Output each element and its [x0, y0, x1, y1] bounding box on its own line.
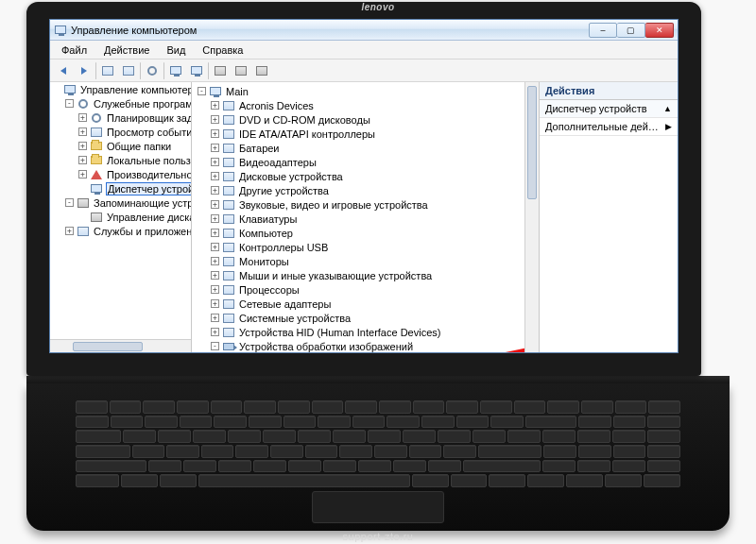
nav-back-button[interactable]	[54, 61, 73, 80]
device-category[interactable]: + Контроллеры USB	[209, 240, 537, 254]
device-button[interactable]	[187, 61, 206, 80]
device-category-label: Системные устройства	[238, 313, 352, 324]
device-icon	[222, 227, 235, 240]
window-title: Управление компьютером	[71, 25, 585, 36]
device-category[interactable]: + Батареи	[209, 141, 537, 155]
device-icon	[222, 156, 235, 169]
maximize-button[interactable]: ▢	[617, 23, 645, 38]
toolbar-separator	[95, 62, 96, 79]
menu-file[interactable]: Файл	[54, 42, 94, 58]
users-icon	[90, 154, 103, 167]
tree-root[interactable]: Управление компьютером (л	[50, 82, 191, 96]
device-category[interactable]: + Видеоадаптеры	[209, 155, 537, 169]
minimize-button[interactable]: –	[589, 23, 617, 38]
device-category[interactable]: + Компьютер	[209, 226, 537, 240]
device-icon	[222, 298, 235, 311]
device-category[interactable]: + Системные устройства	[209, 311, 537, 325]
performance-icon	[90, 168, 103, 181]
device-icon	[222, 255, 235, 268]
properties-button[interactable]	[119, 61, 138, 80]
device-icon	[222, 283, 235, 297]
title-bar[interactable]: Управление компьютером – ▢ ✕	[50, 20, 678, 41]
tree-disk-management[interactable]: Управление дисками	[77, 210, 191, 224]
device-category-label: Клавиатуры	[238, 213, 298, 225]
device-icon	[222, 184, 235, 197]
device-category-label: Устройства HID (Human Interface Devices)	[238, 327, 441, 338]
device-tree-pane: - Main + Acronis Devices + DVD и CD-ROM …	[192, 82, 540, 352]
device-icon	[222, 269, 235, 282]
expand-icon: ▲	[663, 104, 672, 113]
nav-forward-button[interactable]	[75, 61, 94, 80]
tree-performance[interactable]: +Производительность	[77, 167, 191, 181]
device-category-label: Процессоры	[238, 284, 301, 296]
actions-pane: Действия Диспетчер устройств ▲ Дополните…	[540, 82, 678, 352]
device-icon	[222, 198, 235, 212]
console-tree-pane: Управление компьютером (л - Служебные пр…	[50, 82, 192, 352]
view-grid-button[interactable]	[98, 61, 117, 80]
device-category[interactable]: + Мониторы	[209, 254, 537, 268]
actions-header: Действия	[540, 82, 678, 100]
computer-icon	[63, 83, 77, 96]
disk-icon	[90, 211, 103, 224]
device-category[interactable]: + Звуковые, видео и игровые устройства	[209, 197, 537, 212]
device-category[interactable]: + Acronis Devices	[209, 98, 537, 112]
touchpad	[312, 491, 444, 523]
device-category[interactable]: + IDE ATA/ATAPI контроллеры	[209, 127, 537, 141]
tree-shared-folders[interactable]: +Общие папки	[77, 139, 191, 153]
tree-system-tools[interactable]: - Служебные программы	[63, 96, 191, 110]
toolbar-separator	[163, 62, 164, 79]
tools-icon	[77, 97, 90, 110]
menu-action[interactable]: Действие	[96, 42, 157, 58]
center-scrollbar[interactable]	[524, 82, 539, 352]
device-category-imaging[interactable]: - Устройства обработки изображений	[209, 339, 537, 352]
device-category-label: Acronis Devices	[238, 100, 315, 111]
tree-services-apps[interactable]: + Службы и приложения	[63, 224, 191, 238]
watermark: support-zte.ru	[343, 532, 414, 542]
tree-storage[interactable]: - Запоминающие устройс	[63, 196, 191, 210]
close-button[interactable]: ✕	[645, 23, 674, 38]
actions-device-manager[interactable]: Диспетчер устройств ▲	[540, 100, 678, 118]
left-scrollbar[interactable]	[50, 339, 191, 352]
device-category-label: Звуковые, видео и игровые устройства	[238, 199, 429, 211]
device-category-label: Компьютер	[238, 228, 294, 239]
device-category-label: IDE ATA/ATAPI контроллеры	[238, 128, 376, 140]
mmc-window: Управление компьютером – ▢ ✕ Файл Действ…	[49, 19, 679, 353]
device-category[interactable]: + Клавиатуры	[209, 212, 537, 226]
scan-button[interactable]	[166, 61, 185, 80]
tree-event-viewer[interactable]: +Просмотр событий	[77, 125, 191, 139]
device-category[interactable]: + Сетевые адаптеры	[209, 297, 537, 311]
device-category[interactable]: + Процессоры	[209, 282, 537, 297]
app-icon	[54, 24, 67, 37]
tree-local-users[interactable]: +Локальные пользоват	[77, 153, 191, 167]
extra-button-2[interactable]	[232, 61, 250, 80]
device-category[interactable]: + Устройства HID (Human Interface Device…	[209, 325, 537, 339]
device-category-label: Другие устройства	[238, 185, 330, 196]
extra-button-3[interactable]	[252, 61, 271, 80]
device-icon	[222, 241, 235, 254]
device-icon	[222, 312, 235, 325]
actions-more[interactable]: Дополнительные дей… ▶	[540, 118, 678, 136]
device-category[interactable]: + Мыши и иные указывающие устройства	[209, 268, 537, 282]
extra-button-1[interactable]	[211, 61, 230, 80]
menu-view[interactable]: Вид	[159, 42, 193, 58]
device-category[interactable]: + Дисковые устройства	[209, 169, 537, 183]
laptop-base	[26, 383, 730, 531]
device-category-label: DVD и CD-ROM дисководы	[238, 114, 371, 126]
device-category[interactable]: + DVD и CD-ROM дисководы	[209, 112, 537, 127]
services-icon	[77, 225, 90, 238]
help-button[interactable]	[143, 61, 162, 80]
device-category[interactable]: + Другие устройства	[209, 183, 537, 197]
laptop-brand: lenovo	[361, 3, 394, 12]
device-category-label: Видеоадаптеры	[238, 157, 318, 168]
keyboard	[76, 400, 680, 487]
device-category-label: Дисковые устройства	[238, 171, 344, 182]
tree-task-scheduler[interactable]: +Планировщик заданий	[77, 110, 191, 125]
tree-device-manager[interactable]: Диспетчер устройств	[77, 181, 191, 196]
computer-icon	[209, 85, 222, 98]
folder-icon	[90, 140, 103, 153]
device-manager-icon	[90, 182, 103, 196]
device-icon	[222, 99, 235, 112]
device-root[interactable]: - Main	[196, 84, 537, 98]
device-icon	[222, 326, 235, 339]
menu-help[interactable]: Справка	[195, 42, 250, 58]
